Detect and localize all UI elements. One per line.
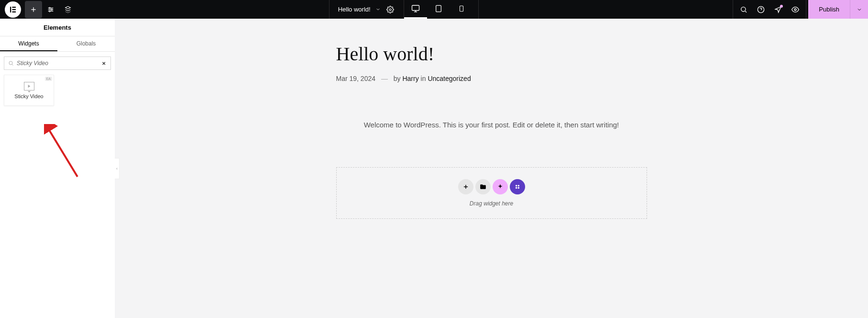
post-meta: Mar 19, 2024 — by Harry in Uncategorized	[336, 75, 647, 82]
tab-widgets[interactable]: Widgets	[0, 36, 57, 51]
search-box: ✕	[4, 57, 111, 70]
elementor-logo[interactable]	[5, 1, 21, 18]
svg-rect-17	[460, 6, 463, 11]
tab-globals[interactable]: Globals	[57, 36, 115, 51]
svg-line-19	[745, 11, 747, 12]
svg-line-24	[12, 64, 13, 65]
svg-marker-25	[28, 84, 30, 87]
svg-point-18	[741, 7, 746, 11]
svg-rect-16	[436, 5, 441, 11]
sidebar: Elements Widgets Globals ✕ EA Sticky Vid…	[0, 19, 115, 318]
post-body[interactable]: Welcome to WordPress. This is your first…	[336, 121, 647, 129]
search-icon[interactable]	[735, 1, 752, 18]
widget-sticky-video[interactable]: EA Sticky Video	[4, 75, 54, 106]
structure-icon[interactable]	[59, 1, 77, 18]
tablet-device-button[interactable]	[427, 0, 450, 19]
widget-label: Sticky Video	[14, 93, 43, 99]
editor-canvas[interactable]: Hello world! Mar 19, 2024 — by Harry in …	[115, 19, 868, 318]
svg-point-31	[517, 185, 519, 187]
search-icon-small	[8, 60, 14, 66]
desktop-device-button[interactable]	[404, 0, 427, 19]
svg-line-27	[48, 128, 77, 177]
add-element-button[interactable]	[25, 1, 42, 18]
topbar: Hello world!	[0, 0, 868, 19]
sticky-video-icon	[24, 82, 34, 91]
svg-rect-1	[12, 7, 16, 8]
svg-point-32	[515, 187, 517, 189]
post-date: Mar 19, 2024	[336, 75, 376, 82]
notifications-icon[interactable]	[769, 1, 787, 18]
publish-dropdown[interactable]	[850, 0, 868, 19]
page-settings-icon[interactable]	[385, 1, 395, 18]
post-category-link[interactable]: Uncategorized	[428, 75, 471, 82]
svg-point-22	[794, 9, 796, 11]
post-author-link[interactable]: Harry	[402, 75, 418, 82]
sidebar-title: Elements	[0, 19, 115, 36]
widget-search-input[interactable]	[14, 60, 102, 67]
svg-point-23	[9, 61, 12, 65]
clear-search-icon[interactable]: ✕	[102, 61, 107, 66]
settings-icon[interactable]	[42, 1, 59, 18]
drop-zone[interactable]: Drag widget here	[336, 167, 647, 219]
svg-rect-3	[12, 11, 16, 12]
svg-point-12	[389, 9, 391, 11]
sidebar-collapse-handle[interactable]: ‹	[115, 158, 120, 179]
mobile-device-button[interactable]	[450, 0, 473, 19]
annotation-arrow	[44, 124, 87, 183]
widget-badge: EA	[45, 77, 52, 81]
svg-point-9	[49, 7, 51, 9]
svg-rect-0	[10, 7, 11, 12]
sidebar-tabs: Widgets Globals	[0, 36, 115, 52]
svg-point-30	[515, 185, 517, 187]
document-title[interactable]: Hello world!	[338, 6, 371, 13]
svg-point-33	[517, 187, 519, 189]
post-title[interactable]: Hello world!	[336, 43, 647, 65]
svg-rect-13	[412, 5, 419, 11]
template-button[interactable]	[510, 179, 525, 194]
publish-button[interactable]: Publish	[808, 0, 850, 19]
svg-point-11	[49, 11, 51, 12]
folder-button[interactable]	[475, 179, 491, 194]
add-section-button[interactable]	[458, 179, 473, 194]
preview-icon[interactable]	[787, 1, 804, 18]
ai-button[interactable]	[493, 179, 508, 194]
svg-point-10	[51, 9, 53, 10]
help-icon[interactable]	[752, 1, 769, 18]
drop-hint-text: Drag widget here	[470, 200, 513, 207]
svg-rect-2	[12, 9, 16, 10]
chevron-down-icon[interactable]	[375, 7, 381, 12]
